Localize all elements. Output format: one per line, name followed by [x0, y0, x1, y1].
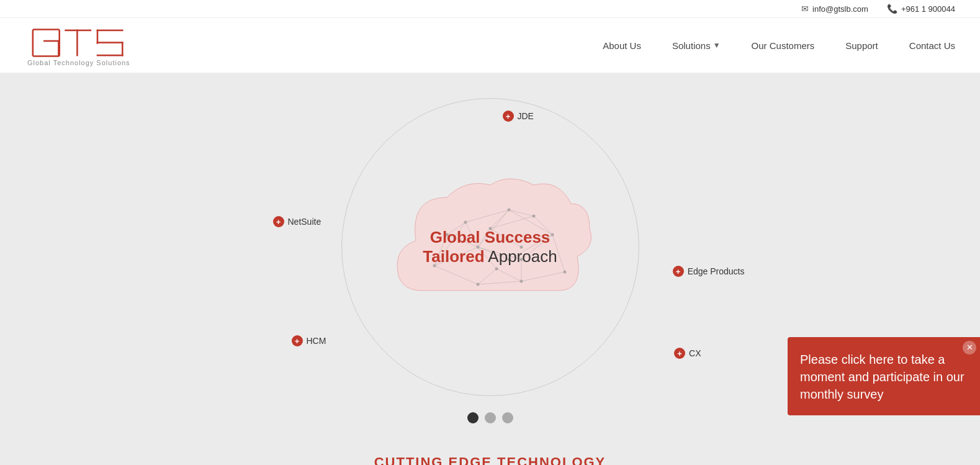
orbit-container: Global Success Tailored Approach + JDE +…: [273, 92, 708, 402]
orbit-plus-netsuite: +: [273, 216, 284, 227]
carousel-dots: [467, 412, 513, 423]
phone-icon: 📞: [887, 4, 897, 14]
carousel-dot-1[interactable]: [467, 412, 479, 423]
orbit-plus-hcm: +: [292, 335, 303, 346]
email-item[interactable]: ✉ info@gtslb.com: [801, 4, 868, 14]
nav-solutions[interactable]: Solutions ▼: [672, 40, 721, 51]
logo-svg: [25, 24, 137, 61]
svg-point-39: [507, 209, 510, 212]
svg-rect-1: [43, 40, 60, 42]
phone-text: +961 1 900044: [901, 4, 955, 14]
svg-rect-4: [76, 30, 78, 56]
survey-popup[interactable]: ✕ Please click here to take a moment and…: [788, 337, 980, 415]
orbit-plus-edge: +: [673, 266, 684, 277]
cutting-edge-section: CUTTING EDGE TECHNOLOGY: [0, 442, 980, 465]
survey-close-button[interactable]: ✕: [963, 341, 976, 354]
orbit-label-netsuite[interactable]: + NetSuite: [273, 216, 321, 227]
orbit-label-edge[interactable]: + Edge Products: [673, 266, 745, 277]
orbit-plus-cx: +: [674, 348, 685, 359]
chevron-down-icon: ▼: [713, 41, 721, 50]
cloud-text: Global Success Tailored Approach: [423, 228, 557, 266]
svg-rect-0: [33, 30, 60, 56]
svg-rect-7: [97, 42, 124, 43]
svg-rect-8: [122, 42, 124, 56]
svg-rect-5: [97, 30, 124, 32]
phone-item[interactable]: 📞 +961 1 900044: [887, 4, 955, 14]
cloud-headline-line2: Tailored Approach: [423, 247, 557, 266]
nav-about[interactable]: About Us: [603, 40, 641, 51]
logo-container[interactable]: Global Technology Solutions: [25, 24, 137, 66]
email-text: info@gtslb.com: [812, 4, 868, 14]
orbit-label-hcm[interactable]: + HCM: [292, 335, 326, 346]
svg-rect-2: [58, 40, 60, 56]
carousel-dot-2[interactable]: [485, 412, 496, 423]
nav-support[interactable]: Support: [845, 40, 878, 51]
nav-contact[interactable]: Contact Us: [909, 40, 955, 51]
svg-point-49: [495, 268, 498, 271]
main-nav: About Us Solutions ▼ Our Customers Suppo…: [603, 40, 955, 51]
email-icon: ✉: [801, 4, 809, 14]
top-bar: ✉ info@gtslb.com 📞 +961 1 900044: [0, 0, 980, 18]
svg-point-48: [532, 215, 535, 218]
logo-tagline: Global Technology Solutions: [27, 59, 130, 66]
carousel-dot-3[interactable]: [502, 412, 513, 423]
svg-point-42: [519, 280, 523, 283]
nav-customers[interactable]: Our Customers: [752, 40, 815, 51]
cloud-headline-line1: Global Success: [423, 228, 557, 247]
svg-point-41: [563, 271, 566, 274]
orbit-label-jde[interactable]: + JDE: [503, 111, 534, 122]
header: Global Technology Solutions About Us Sol…: [0, 18, 980, 73]
cloud-wrapper: Global Success Tailored Approach: [385, 166, 596, 328]
orbit-label-cx[interactable]: + CX: [674, 348, 701, 359]
svg-rect-6: [97, 30, 99, 44]
svg-point-38: [464, 221, 467, 224]
svg-rect-9: [97, 55, 124, 56]
orbit-plus-jde: +: [503, 111, 514, 122]
svg-point-43: [476, 283, 479, 286]
